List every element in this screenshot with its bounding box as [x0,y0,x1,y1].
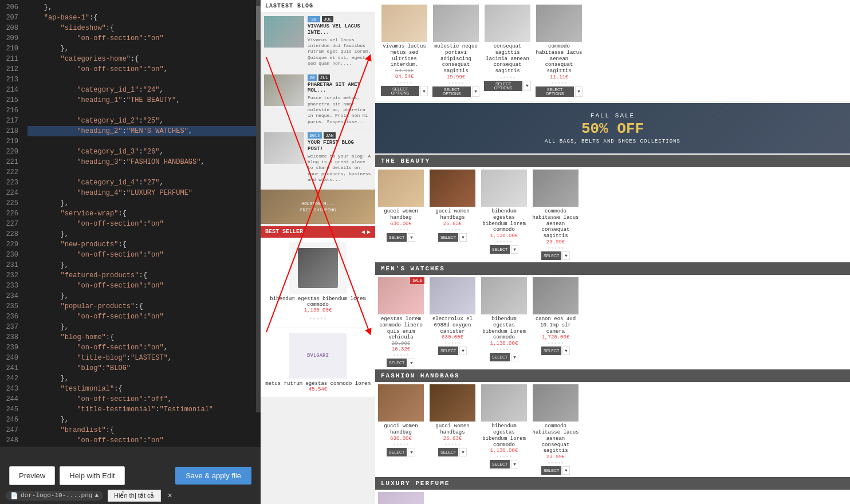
beauty-select-btn-1[interactable]: SELECT [387,233,407,242]
handbags-product-actions-3[interactable]: SELECT ♥ [490,460,518,468]
product-actions-top-2[interactable]: SELECT OPTIONS ♥ [432,86,479,97]
handbags-product-img-2 [430,384,475,422]
blog-title-3: YOUR FIRST BLOG POST! [308,140,372,152]
product-img-top-2 [433,5,479,42]
watches-select-btn-1[interactable]: SELECT [387,359,407,367]
scrollbar-thumb[interactable] [256,6,261,40]
product-card-top-3[interactable]: consequat sagittis lacinia aenean conseq… [482,2,533,99]
bottom-bar: 📄 dor-logo-10-....png ▲ Hiển thị tất cả … [0,487,261,504]
blog-thumb-2 [264,74,304,106]
handbags-product-3[interactable]: bibendum egestas bibendum lorem commodo … [478,382,530,477]
handbags-product-stars-3: ★★★★★ [496,454,512,459]
wishlist-btn-4[interactable]: ♥ [575,86,583,97]
watches-wishlist-btn-4[interactable]: ♥ [562,346,570,355]
select-options-btn-2[interactable]: SELECT OPTIONS [432,86,471,97]
select-options-btn-1[interactable]: SELECT OPTIONS [381,86,419,96]
watches-product-3[interactable]: bibendum egestas bibendum lorem commodo … [478,275,530,369]
blog-title-2: PHARETRA SIT AMET MOL... [308,82,372,94]
select-options-btn-4[interactable]: SELECT OPTIONS [536,86,574,97]
code-scroll-area[interactable]: 2062072082092102112122132142152162172182… [0,0,261,447]
beauty-product-3[interactable]: bibendum egestas bibendum lorem commodo … [478,167,530,262]
product-actions-top-3[interactable]: SELECT OPTIONS ♥ [484,81,531,91]
handbags-wishlist-btn-4[interactable]: ♥ [562,466,570,475]
blog-preview-scroll[interactable]: LASTEST BLOG 28 JUL VIVAMUS VEL LACUS IN… [261,0,375,397]
beauty-product-4[interactable]: commodo habitasse lacus aenean consequat… [530,167,581,262]
product-actions-top-4[interactable]: SELECT OPTIONS ♥ [536,86,583,97]
product-card-top-4[interactable]: commodo habitasse lacus aenean consequat… [533,2,585,99]
watches-product-actions-1[interactable]: SELECT ♥ [387,359,415,367]
wishlist-btn-3[interactable]: ♥ [524,81,531,91]
handbags-select-btn-3[interactable]: SELECT [490,460,510,468]
hien-thi-button[interactable]: Hiển thị tất cả [108,490,160,502]
beauty-product-img-1 [378,170,424,207]
watches-product-price-old-1: 20.00€ [392,341,410,346]
watches-select-btn-2[interactable]: SELECT [438,346,458,355]
handbags-product-actions-1[interactable]: SELECT ♥ [387,448,415,456]
beauty-wishlist-btn-4[interactable]: ♥ [562,251,570,260]
beauty-product-actions-1[interactable]: SELECT ♥ [387,233,415,242]
watches-select-btn-4[interactable]: SELECT [541,346,561,355]
wishlist-btn-1[interactable]: ♥ [420,86,428,96]
close-button[interactable]: × [166,491,175,500]
best-seller-prev[interactable]: ◀ [361,229,365,235]
handbags-select-btn-4[interactable]: SELECT [541,466,561,475]
handbags-product-actions-4[interactable]: SELECT ♥ [541,466,570,475]
beauty-product-actions-2[interactable]: SELECT ♥ [438,233,467,242]
save-apply-button[interactable]: Save & apply file [175,467,251,485]
product-stars-top-4: ★★★★★ [551,80,567,85]
product-img-placeholder [298,248,338,288]
handbags-product-1[interactable]: gucci women handbag 630.00€ ★★★★★ SELECT… [375,382,427,477]
watches-product-actions-3[interactable]: SELECT ♥ [490,353,518,361]
blog-item-3[interactable]: 30th JAN YOUR FIRST BLOG POST! Welcome t… [261,129,375,187]
best-seller-next[interactable]: ▶ [367,229,371,235]
code-content[interactable]: }, "ap-base-1":{ "slideshow":{ "on-off-s… [23,0,261,447]
watches-product-actions-4[interactable]: SELECT ♥ [541,346,570,355]
handbags-product-name-1: gucci women handbag [377,423,424,436]
beauty-product-1[interactable]: gucci women handbag 630.00€ ★★★★★ SELECT… [375,167,427,262]
help-button[interactable]: Help with Edit [60,466,124,485]
handbags-product-4[interactable]: commodo habitasse lacus aenean consequat… [530,382,581,477]
banner-text: HOUSTON M... FREE SHIPPING [300,201,336,212]
blog-info-1: 28 JUL VIVAMUS VEL LACUS INTE... Vivamus… [308,16,372,67]
product-card-top-1[interactable]: vivamus luctus metus sed ultrices interd… [379,2,430,99]
beauty-product-actions-3[interactable]: SELECT ♥ [490,245,518,254]
beauty-product-actions-4[interactable]: SELECT ♥ [541,251,570,260]
watches-product-price-1: 16.32€ [392,346,410,352]
beauty-wishlist-btn-2[interactable]: ♥ [459,233,467,242]
beauty-select-btn-4[interactable]: SELECT [541,251,561,260]
handbags-product-img-3 [481,384,527,422]
best-seller-nav[interactable]: ◀ ▶ [361,229,371,235]
watches-product-2[interactable]: electrolux el 6988d oxygen canister 630.… [427,275,478,369]
handbags-product-2[interactable]: gucci women handbags 25.63€ ★★★★★ SELECT… [427,382,478,477]
product-card-top-2[interactable]: molestie neque portavi adipiscing conseq… [430,2,482,99]
watches-product-1[interactable]: SALE egestas lorem commodo libero quis e… [375,275,427,369]
perfume-product-1[interactable]: metus rutrum egestas commodo lorem 45.54… [375,490,427,504]
handbags-wishlist-btn-1[interactable]: ♥ [408,448,415,456]
vertical-scrollbar[interactable] [256,0,261,412]
beauty-wishlist-btn-3[interactable]: ♥ [511,245,518,254]
watches-select-btn-3[interactable]: SELECT [490,353,510,361]
watches-wishlist-btn-2[interactable]: ♥ [459,346,467,355]
blog-item-1[interactable]: 28 JUL VIVAMUS VEL LACUS INTE... Vivamus… [261,13,375,71]
beauty-wishlist-btn-1[interactable]: ♥ [408,233,415,242]
watches-product-4[interactable]: canon eos 40d 10.1mp slr camera 1,720.00… [530,275,581,369]
handbags-product-actions-2[interactable]: SELECT ♥ [438,448,467,456]
select-options-btn-3[interactable]: SELECT OPTIONS [484,81,522,91]
beauty-select-btn-2[interactable]: SELECT [438,233,458,242]
watches-wishlist-btn-1[interactable]: ♥ [408,359,415,367]
watches-product-actions-2[interactable]: SELECT ♥ [438,346,467,355]
handbags-select-btn-2[interactable]: SELECT [438,448,458,456]
handbags-wishlist-btn-2[interactable]: ♥ [459,448,467,456]
watches-wishlist-btn-3[interactable]: ♥ [511,353,518,361]
best-seller-product-name: bibendum egestas bibendum lorem commodo [265,296,371,308]
beauty-product-2[interactable]: gucci women handbags 25.63€ ★★★★★ SELECT… [427,167,478,262]
watches-product-price-3: 1,130.00€ [490,341,518,346]
wishlist-btn-2[interactable]: ♥ [472,86,479,97]
handbags-wishlist-btn-3[interactable]: ♥ [511,460,518,468]
best-seller-product-img [289,242,347,294]
beauty-select-btn-3[interactable]: SELECT [490,245,510,254]
blog-item-2[interactable]: 28 JUL PHARETRA SIT AMET MOL... Fusce tu… [261,71,375,129]
preview-button[interactable]: Preview [9,466,55,485]
handbags-select-btn-1[interactable]: SELECT [387,448,407,456]
product-actions-top-1[interactable]: SELECT OPTIONS ♥ [381,86,428,96]
